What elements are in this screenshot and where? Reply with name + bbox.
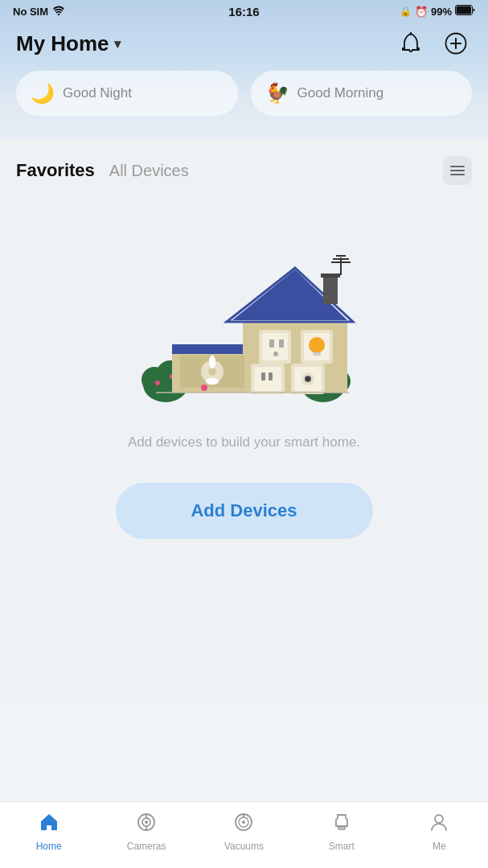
home-title-text: My Home — [16, 31, 109, 56]
add-button[interactable] — [440, 27, 472, 60]
svg-rect-25 — [323, 275, 338, 304]
good-morning-label: Good Morning — [297, 85, 384, 101]
view-menu-button[interactable] — [443, 156, 472, 185]
vacuums-nav-label: Vacuums — [224, 841, 264, 852]
nav-item-me[interactable]: Me — [415, 812, 463, 852]
svg-point-0 — [58, 13, 59, 14]
lock-icon: 🔒 — [400, 6, 412, 17]
status-bar: No SIM 16:16 🔒 ⏰ 99% — [0, 0, 488, 21]
svg-rect-52 — [269, 372, 273, 381]
svg-point-45 — [209, 356, 215, 368]
dropdown-arrow-icon[interactable]: ▾ — [114, 36, 121, 51]
svg-rect-32 — [262, 333, 288, 360]
tabs-row: Favorites All Devices — [0, 143, 488, 193]
svg-point-46 — [206, 378, 219, 385]
svg-point-35 — [273, 352, 278, 356]
svg-rect-26 — [321, 274, 340, 278]
svg-rect-21 — [172, 344, 252, 354]
vacuums-nav-icon — [233, 812, 254, 837]
alarm-icon: ⏰ — [415, 6, 428, 18]
svg-point-61 — [145, 821, 148, 824]
svg-point-11 — [155, 381, 160, 385]
tab-all-devices[interactable]: All Devices — [109, 162, 189, 180]
svg-point-38 — [309, 337, 325, 353]
svg-rect-34 — [279, 339, 284, 348]
tab-favorites[interactable]: Favorites — [16, 160, 95, 181]
nav-icons — [395, 27, 472, 60]
add-devices-button[interactable]: Add Devices — [116, 483, 373, 539]
good-night-button[interactable]: 🌙 Good Night — [16, 71, 238, 116]
carrier-text: No SIM — [13, 6, 48, 18]
illustration-area: Add devices to build your smart home. Ad… — [0, 193, 488, 579]
me-nav-icon — [429, 812, 449, 837]
bottom-nav: Home Cameras Vacuums — [0, 801, 488, 868]
status-time: 16:16 — [228, 5, 259, 19]
good-morning-button[interactable]: 🐓 Good Morning — [251, 71, 473, 116]
status-carrier: No SIM — [13, 6, 65, 18]
notification-button[interactable] — [395, 27, 427, 60]
tabs: Favorites All Devices — [16, 160, 189, 181]
empty-state-text: Add devices to build your smart home. — [128, 434, 360, 450]
battery-icon — [455, 5, 475, 18]
nav-item-smart[interactable]: Smart — [318, 812, 366, 852]
home-nav-label: Home — [36, 841, 62, 852]
svg-point-47 — [209, 368, 215, 375]
scene-buttons: 🌙 Good Night 🐓 Good Morning — [0, 71, 488, 124]
smart-nav-label: Smart — [329, 841, 355, 852]
svg-rect-51 — [261, 372, 265, 381]
me-nav-label: Me — [433, 841, 446, 852]
svg-point-57 — [306, 377, 310, 381]
smart-nav-icon — [331, 812, 352, 837]
svg-rect-33 — [269, 339, 274, 348]
home-nav-icon — [39, 812, 59, 837]
nav-item-vacuums[interactable]: Vacuums — [219, 812, 268, 852]
svg-point-70 — [435, 815, 443, 823]
svg-point-66 — [242, 821, 245, 824]
svg-rect-39 — [313, 352, 321, 356]
nav-item-home[interactable]: Home — [25, 812, 73, 852]
battery-percent: 99% — [431, 6, 452, 18]
svg-point-48 — [201, 385, 207, 391]
menu-line-2 — [450, 170, 465, 171]
menu-line-3 — [450, 174, 465, 175]
svg-rect-50 — [254, 367, 281, 391]
good-morning-icon: 🐓 — [265, 82, 289, 105]
home-title[interactable]: My Home ▾ — [16, 31, 121, 56]
wifi-icon — [52, 6, 65, 18]
cameras-nav-label: Cameras — [127, 841, 166, 852]
cameras-nav-icon — [136, 812, 157, 837]
status-right: 🔒 ⏰ 99% — [400, 5, 475, 18]
svg-rect-2 — [457, 6, 472, 14]
good-night-icon: 🌙 — [31, 82, 55, 105]
house-illustration — [124, 225, 365, 418]
nav-item-cameras[interactable]: Cameras — [122, 812, 170, 852]
menu-line-1 — [450, 166, 465, 167]
good-night-label: Good Night — [63, 85, 132, 101]
main-content: Favorites All Devices — [0, 140, 488, 703]
top-nav: My Home ▾ — [0, 21, 488, 71]
